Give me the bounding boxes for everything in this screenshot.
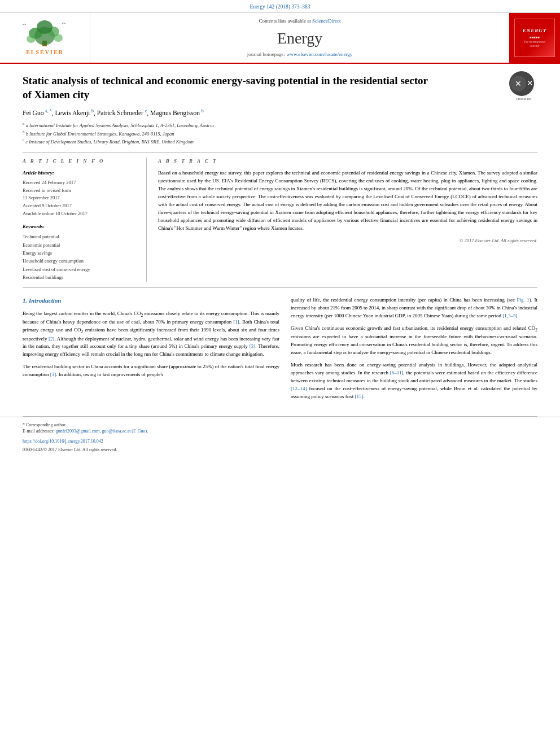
homepage-line: journal homepage: www.elsevier.com/locat… [247, 51, 353, 58]
issn-line: 0360-5442/© 2017 Elsevier Ltd. All right… [0, 445, 560, 458]
keyword-5: Levelised cost of conserved energy [23, 265, 138, 273]
author-fei-guo: Fei Guo a, *, [23, 110, 55, 116]
crossmark-label: CrossMark [509, 97, 537, 102]
elsevier-wordmark: ELSEVIER [26, 49, 64, 57]
energy-logo-text: ENERGY ■■■■■ The International Journal [523, 28, 547, 48]
affiliation-c: c c Institute of Development Studies, Li… [23, 137, 537, 146]
ref-fig1[interactable]: Fig. 1 [517, 297, 530, 303]
history-item-2: Received in revised form [23, 187, 138, 195]
history-item-5: Available online 10 October 2017 [23, 210, 138, 218]
ref-3b[interactable]: [3] [50, 372, 56, 377]
elsevier-tree-icon [14, 19, 76, 49]
body-para-1: Being the largest carbon emitter in the … [23, 310, 279, 359]
energy-logo-box: ENERGY ■■■■■ The International Journal [514, 19, 555, 57]
keywords-title: Keywords: [23, 223, 138, 230]
history-item-3: 11 September 2017 [23, 194, 138, 202]
body-columns: 1. Introduction Being the largest carbon… [23, 296, 537, 405]
journal-reference-bar: Energy 142 (2018) 373–383 [0, 0, 560, 13]
body-right-column: quality of life, the residential energy … [291, 296, 537, 405]
journal-center-info: Contents lists available at ScienceDirec… [90, 13, 509, 63]
affiliations: a a International Institute for Applied … [23, 121, 537, 146]
ref-3[interactable]: [3] [250, 343, 256, 349]
keyword-2: Economic potential [23, 241, 138, 249]
ref-1-3-5[interactable]: [1,3–5] [502, 313, 517, 318]
keyword-6: Residential buildings [23, 273, 138, 281]
body-para-4: Given China's continuous economic growth… [291, 325, 537, 357]
elsevier-logo-area: ELSEVIER [0, 13, 90, 63]
section-1-heading: 1. Introduction [23, 296, 279, 305]
body-left-column: 1. Introduction Being the largest carbon… [23, 296, 279, 405]
svg-point-5 [27, 35, 36, 43]
footnote-email-line: E-mail addresses: gunfei2003@gmail.com, … [23, 428, 537, 435]
abstract-text: Based on a household energy use survey, … [158, 169, 537, 233]
footnote-area: * Corresponding author. E-mail addresses… [0, 417, 560, 436]
ref-6-11[interactable]: [6–11] [390, 370, 404, 375]
sciencedirect-link[interactable]: ScienceDirect [312, 18, 340, 24]
svg-text:✕: ✕ [515, 80, 522, 88]
journal-header: ELSEVIER Contents lists available at Sci… [0, 13, 560, 64]
article-title: Static analysis of technical and economi… [23, 74, 429, 102]
body-para-3: quality of life, the residential energy … [291, 296, 537, 320]
author-patrick-schroeder: Patrick Schroeder c, [97, 110, 150, 116]
keyword-4: Household energy consumption [23, 257, 138, 265]
issn-text: 0360-5442/© 2017 Elsevier Ltd. All right… [23, 447, 117, 452]
doi-url[interactable]: https://doi.org/10.1016/j.energy.2017.10… [23, 439, 103, 444]
homepage-url[interactable]: www.elsevier.com/locate/energy [286, 51, 352, 57]
keyword-3: Energy savings [23, 249, 138, 257]
article-info-label: A R T I C L E I N F O [23, 158, 138, 165]
sciencedirect-line: Contents lists available at ScienceDirec… [259, 18, 341, 25]
keyword-1: Technical potential [23, 233, 138, 241]
crossmark-svg: ✕ [510, 75, 527, 92]
journal-name: Energy [277, 27, 322, 50]
abstract-label: A B S T R A C T [158, 158, 537, 165]
ref-2[interactable]: [2] [49, 336, 55, 342]
history-item-1: Received 24 February 2017 [23, 179, 138, 187]
svg-point-4 [37, 20, 53, 34]
author-lewis-akenji: Lewis Akenji b, [55, 110, 97, 116]
email-addresses[interactable]: gunfei2003@gmail.com, guo@iiasa.ac.at (F… [56, 429, 148, 434]
crossmark-icon[interactable]: ✕ [509, 71, 534, 96]
crossmark-badge[interactable]: ✕ CrossMark [509, 71, 537, 99]
footnote-corresponding: * Corresponding author. [23, 422, 537, 429]
journal-reference: Energy 142 (2018) 373–383 [250, 4, 310, 10]
article-area: ✕ CrossMark Static analysis of technical… [0, 64, 560, 287]
affiliation-b: b b Institute for Global Environmental S… [23, 129, 537, 138]
info-abstract-columns: A R T I C L E I N F O Article history: R… [23, 158, 537, 282]
doi-line[interactable]: https://doi.org/10.1016/j.energy.2017.10… [0, 436, 560, 446]
divider-1 [23, 152, 537, 153]
body-content: 1. Introduction Being the largest carbon… [0, 288, 560, 414]
article-history-title: Article history: [23, 169, 138, 177]
abstract-column: A B S T R A C T Based on a household ene… [158, 158, 537, 282]
ref-1[interactable]: [1] [233, 319, 239, 325]
email-label: E-mail addresses: [23, 429, 55, 434]
energy-logo-area: ENERGY ■■■■■ The International Journal [509, 13, 560, 63]
body-para-2: The residential building sector in China… [23, 363, 279, 379]
article-info-column: A R T I C L E I N F O Article history: R… [23, 158, 147, 282]
history-item-4: Accepted 9 October 2017 [23, 202, 138, 210]
affiliation-a: a a International Institute for Applied … [23, 121, 537, 129]
body-para-5: Much research has been done on energy-sa… [291, 361, 537, 401]
ref-15[interactable]: [15] [355, 394, 363, 399]
ref-12-14[interactable]: [12–14] [291, 386, 307, 391]
svg-point-6 [54, 34, 63, 42]
authors-line: Fei Guo a, *, Lewis Akenji b, Patrick Sc… [23, 108, 537, 118]
copyright-notice: © 2017 Elsevier Ltd. All rights reserved… [158, 237, 537, 244]
author-magnus-bengtsson: Magnus Bengtsson b [150, 110, 204, 116]
